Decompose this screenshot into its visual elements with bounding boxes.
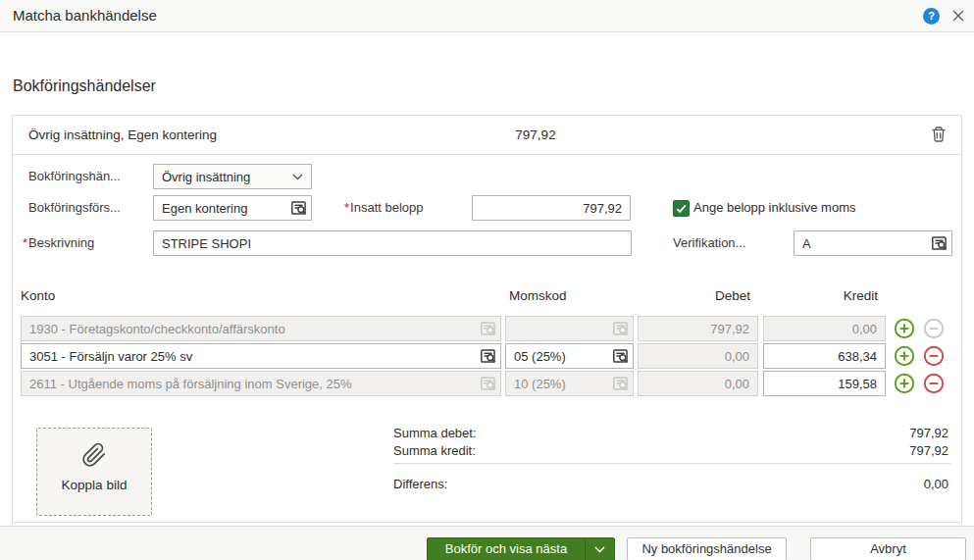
required-asterisk: * [23,235,27,250]
verification-input[interactable] [794,230,952,256]
sum-debet-value: 797,92 [909,426,948,440]
remove-row-icon[interactable] [922,372,946,395]
konto-field [21,316,501,341]
booking-events-panel: Övrig insättning, Egen kontering 797,92 … [12,115,962,523]
sum-kredit-label: Summa kredit: [393,443,476,458]
event-type-select[interactable]: Övrig insättning [153,164,312,189]
lookup-icon[interactable] [290,199,308,217]
kredit-input[interactable] [763,343,886,369]
event-amount: 797,92 [504,116,567,154]
event-summary-row: Övrig insättning, Egen kontering 797,92 [13,116,961,155]
template-input[interactable] [153,195,312,221]
help-icon[interactable]: ? [923,8,940,25]
dialog-title: Matcha bankhändelse [13,7,157,24]
momskod-field [505,316,634,341]
konto-field [21,343,501,369]
post-and-show-next-button[interactable]: Bokför och visa nästa [427,537,615,560]
debet-input [638,371,758,396]
chevron-down-icon [292,174,303,180]
attach-image-button[interactable]: Koppla bild [36,428,152,516]
deposit-amount-input[interactable] [472,195,631,221]
trash-icon[interactable] [930,126,948,143]
konto-input [21,371,501,396]
lookup-icon [612,375,630,392]
close-icon[interactable] [950,8,966,24]
description-label: *Beskrivning [23,230,94,256]
verification-field [794,230,952,256]
required-asterisk: * [344,200,349,215]
debet-input [638,316,758,341]
paperclip-icon [37,442,151,472]
deposit-amount-label: *Insatt belopp [344,195,424,221]
column-header-konto: Konto [21,288,55,303]
sum-debet-label: Summa debet: [393,426,477,440]
column-header-kredit: Kredit [763,288,878,303]
event-type-value: Övrig insättning [162,170,250,184]
lookup-icon [480,320,497,337]
cancel-button[interactable]: Avbryt [810,537,966,560]
description-input[interactable] [153,230,632,256]
event-name: Övrig insättning, Egen kontering [28,116,217,154]
konto-field [21,371,501,396]
dialog-footer: Bokför och visa nästa Ny bokföringshände… [0,526,974,560]
new-booking-event-button[interactable]: Ny bokföringshändelse [627,537,787,560]
page-title: Bokföringshändelser [13,77,156,95]
incl-vat-checkbox[interactable] [673,200,690,217]
event-type-label: Bokföringshän... [28,164,121,189]
difference-value: 0,00 [924,477,948,491]
column-header-debet: Debet [638,288,750,303]
remove-row-icon [922,317,946,340]
attach-image-label: Koppla bild [37,478,151,492]
sum-kredit-value: 797,92 [909,443,948,458]
debet-input [638,343,758,369]
incl-vat-label[interactable]: Ange belopp inklusive moms [693,195,855,221]
konto-input[interactable] [21,343,501,369]
dialog-header: Matcha bankhändelse ? [0,0,974,32]
add-row-icon[interactable] [893,372,916,395]
primary-dropdown-toggle[interactable] [585,538,614,560]
kredit-input [763,316,886,341]
difference-label: Differens: [393,477,447,491]
template-field [153,195,312,221]
match-bank-event-dialog: Matcha bankhändelse ? Bokföringshändelse… [0,0,974,560]
momskod-field [505,371,634,396]
column-header-momskod: Momskod [509,288,567,303]
lookup-icon[interactable] [931,234,948,252]
lookup-icon [612,320,630,337]
add-row-icon[interactable] [893,344,916,368]
lookup-icon[interactable] [612,347,630,365]
totals-divider [393,463,950,464]
lookup-icon [480,375,497,392]
checkmark-icon [674,201,689,216]
kredit-input[interactable] [763,371,886,396]
template-label: Bokföringsförs... [28,195,121,221]
add-row-icon[interactable] [893,317,916,340]
konto-input [21,316,501,341]
verification-label: Verifikation... [673,230,745,256]
post-and-show-next-label[interactable]: Bokför och visa nästa [428,538,585,560]
lookup-icon[interactable] [480,347,497,365]
momskod-field [505,343,634,369]
chevron-down-icon [594,546,605,553]
remove-row-icon[interactable] [922,344,946,368]
